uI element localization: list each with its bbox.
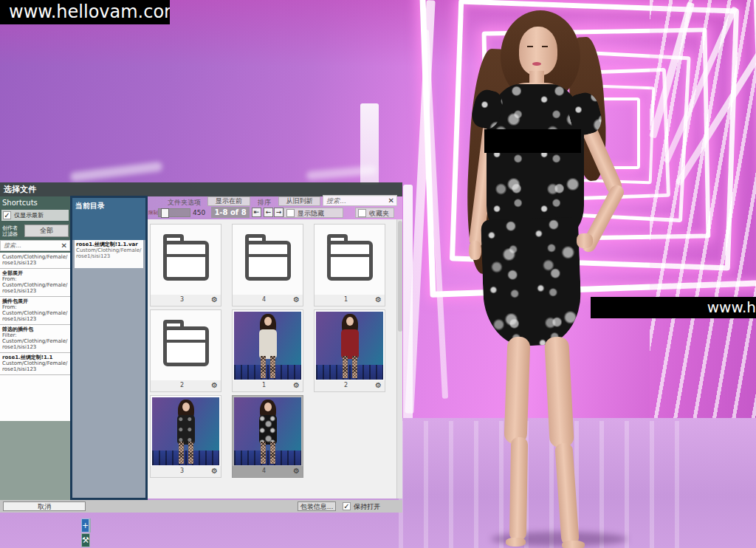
first-page-button[interactable]: ⇤	[252, 208, 261, 217]
creator-filter-all-button[interactable]: 全部	[24, 225, 69, 237]
shortcuts-header: Shortcuts	[2, 199, 38, 207]
only-latest-label: 仅显示最新	[14, 210, 44, 221]
watermark-text: www.hellovam.com	[9, 1, 170, 22]
current-dir-panel: 当前目录 rose1.丝绸定制!1.1.var Custom/Clothing/…	[70, 196, 148, 500]
grid-search-input[interactable]	[325, 196, 385, 205]
thumbnail-figure	[270, 356, 275, 378]
grid-scrollbar-thumb[interactable]	[398, 221, 402, 332]
file-tile[interactable]: 1⚙	[232, 309, 303, 392]
thumbnail-figure	[179, 442, 184, 464]
file-tile[interactable]: 3⚙	[150, 395, 221, 478]
tools-icon[interactable]: ⚒	[81, 533, 90, 547]
shortcut-item-title: rose1.丝绸定制!1.1	[2, 355, 69, 360]
favorites-checkbox[interactable]	[358, 209, 366, 217]
gear-icon[interactable]: ⚙	[211, 295, 218, 304]
thumbnail-figure	[188, 442, 193, 464]
shortcuts-list: Custom/Clothing/Female/rose1/sisi123全部展开…	[0, 253, 70, 421]
folder-options-label: 文件夹选项	[168, 198, 201, 208]
folder-icon	[327, 241, 373, 281]
shortcut-item-title: 筛选的插件包	[2, 326, 69, 332]
limit-value: 450	[193, 209, 205, 216]
only-latest-toggle[interactable]: ✓ 仅显示最新	[1, 210, 69, 221]
shortcut-item-path: Custom/Clothing/Female/rose1/sisi123	[2, 254, 69, 266]
shortcuts-panel: Shortcuts ✓ 仅显示最新 创作者 过滤器 全部 ✕ Custom/Cl…	[0, 196, 70, 500]
grid-search-field[interactable]: ✕	[323, 195, 397, 206]
gear-icon[interactable]: ⚙	[293, 467, 300, 475]
add-icon[interactable]: +	[81, 518, 89, 532]
tile-label-strip: 4⚙	[233, 295, 303, 306]
current-dir-item[interactable]: rose1.丝绸定制!1.1.var Custom/Clothing/Femal…	[75, 240, 143, 268]
clear-shortcuts-search-icon[interactable]: ✕	[61, 242, 67, 250]
thumbnail-figure	[341, 329, 359, 359]
thumbnail-figure	[261, 442, 266, 464]
shortcut-item[interactable]: 筛选的插件包Filter: Custom/Clothing/Female/ros…	[0, 325, 70, 353]
prev-page-button[interactable]: ←	[264, 208, 273, 217]
shortcut-item-title: 插件包展开	[2, 298, 69, 304]
eye	[542, 46, 548, 47]
show-hidden-label: 显示隐藏	[298, 209, 324, 219]
folder-tile[interactable]: 3⚙	[150, 224, 221, 306]
file-tile[interactable]: 2⚙	[314, 309, 385, 392]
shortcuts-search-input[interactable]	[2, 241, 58, 250]
keep-open-checkbox[interactable]: ✓	[343, 502, 351, 510]
tile-number: 1	[344, 296, 348, 303]
app-root: www.hellovam.com www.h 选择文件 文件夹选项 显示在前 排…	[0, 0, 756, 548]
limit-slider[interactable]	[158, 208, 190, 217]
thumbnail-figure	[234, 451, 301, 465]
shortcuts-search-field[interactable]: ✕	[0, 240, 70, 251]
show-hidden-checkbox[interactable]	[286, 209, 295, 217]
show-in-front-button[interactable]: 显示在前	[207, 196, 250, 206]
tile-label-strip: 4⚙	[233, 466, 303, 477]
shortcut-item[interactable]: rose1.丝绸定制!1.1Custom/Clothing/Female/ros…	[0, 353, 70, 375]
shortcut-item[interactable]: 全部展开From: Custom/Clothing/Female/rose1/s…	[0, 269, 70, 297]
lips	[532, 62, 541, 66]
thumbnail-figure	[270, 442, 275, 464]
shortcut-item[interactable]: 插件包展开From: Custom/Clothing/Female/rose1/…	[0, 297, 70, 325]
file-thumbnail	[234, 312, 301, 380]
shortcut-item-path: From: Custom/Clothing/Female/rose1/sisi1…	[2, 276, 69, 294]
thumbnail-figure	[261, 356, 266, 378]
folder-tile[interactable]: 4⚙	[232, 224, 303, 306]
gear-icon[interactable]: ⚙	[375, 381, 382, 389]
left-hand	[469, 241, 481, 260]
shortcut-item-path: Filter: Custom/Clothing/Female/rose1/sis…	[2, 332, 69, 350]
thumbnail-figure	[177, 415, 195, 445]
file-thumbnail	[234, 397, 301, 465]
gear-icon[interactable]: ⚙	[293, 295, 300, 304]
folder-tile[interactable]: 2⚙	[150, 309, 221, 392]
file-grid: 3⚙4⚙1⚙2⚙1⚙2⚙3⚙4⚙	[148, 219, 396, 499]
gear-icon[interactable]: ⚙	[211, 467, 218, 475]
thumbnail-figure	[346, 317, 354, 326]
eye	[527, 46, 533, 47]
old-to-new-button[interactable]: 从旧到新	[278, 196, 320, 206]
folder-icon	[329, 254, 371, 257]
clear-search-icon[interactable]: ✕	[388, 196, 394, 205]
censor-bar	[484, 129, 581, 153]
watermark-text: www.h	[707, 298, 756, 316]
left-thigh	[504, 337, 530, 445]
gear-icon[interactable]: ⚙	[211, 381, 218, 389]
grid-scrollbar[interactable]	[396, 219, 402, 499]
limit-slider-handle[interactable]	[161, 208, 169, 218]
tile-label-strip: 3⚙	[151, 466, 221, 477]
folder-icon	[245, 241, 291, 281]
package-info-button[interactable]: 包装信息...	[298, 501, 336, 511]
gear-icon[interactable]: ⚙	[293, 381, 300, 389]
tile-number: 1	[262, 382, 266, 388]
only-latest-checkbox[interactable]: ✓	[3, 211, 11, 219]
file-tile[interactable]: 4⚙	[232, 395, 303, 478]
show-hidden-toggle[interactable]: 显示隐藏	[284, 208, 343, 218]
tile-number: 2	[180, 382, 184, 388]
gear-icon[interactable]: ⚙	[375, 295, 382, 304]
favorites-toggle[interactable]: 收藏夹	[355, 208, 394, 218]
folder-tile[interactable]: 1⚙	[314, 224, 385, 306]
shortcut-item[interactable]: Custom/Clothing/Female/rose1/sisi123	[0, 253, 70, 269]
right-hand	[577, 233, 593, 248]
cancel-button[interactable]: 取消	[3, 501, 86, 511]
next-page-button[interactable]: →	[274, 208, 284, 217]
limit-label: 限制	[148, 210, 158, 216]
icon-toolbar-row-2: ★▣▰✇⋔≋▤!♟☛▶◎↖♟⚒	[81, 533, 307, 547]
thumbnail-figure	[352, 356, 357, 378]
shortcut-item-title: 全部展开	[2, 270, 69, 276]
watermark-top-left: www.hellovam.com	[0, 0, 170, 24]
